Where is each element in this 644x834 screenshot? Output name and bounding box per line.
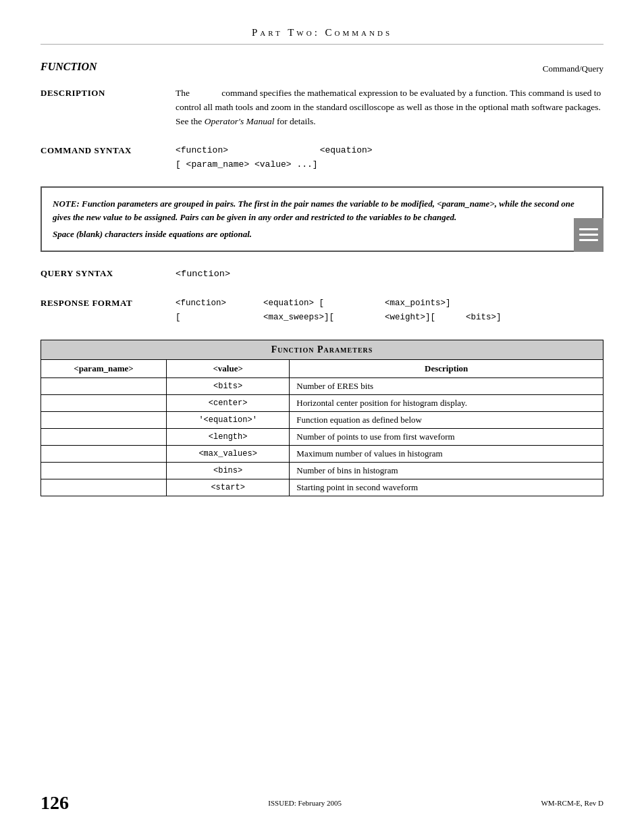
query-syntax-content: <function> — [176, 267, 603, 282]
table-header-row: <param_name> <value> Description — [41, 360, 603, 378]
resp-l2-c3: <weight>][ — [385, 311, 452, 325]
table-cell-value: <bits> — [166, 378, 289, 395]
table-cell-description: Function equation as defined below — [290, 412, 603, 429]
page: Part Two: Commands FUNCTION Command/Quer… — [0, 0, 644, 834]
table-row: <length>Number of points to use from fir… — [41, 429, 603, 446]
table-caption-text: Function Parameters — [271, 344, 373, 355]
table-cell-value: <max_values> — [166, 446, 289, 463]
part-header: Part Two: Commands — [41, 27, 603, 45]
table-cell-value: <center> — [166, 395, 289, 412]
table-cell-value: <bins> — [166, 463, 289, 479]
note-text1: NOTE: Function parameters are grouped in… — [53, 197, 591, 224]
table-cell-description: Horizontal center position for histogram… — [290, 395, 603, 412]
table-cell-description: Starting point in second waveform — [290, 479, 603, 496]
query-syntax-value: <function> — [176, 269, 230, 279]
response-format-label: RESPONSE FORMAT — [41, 296, 176, 309]
part-header-text: Part Two: Commands — [252, 27, 392, 38]
table-row: '<equation>'Function equation as defined… — [41, 412, 603, 429]
table-cell-description: Number of bins in histogram — [290, 463, 603, 479]
page-number: 126 — [41, 792, 69, 814]
desc-blank — [192, 88, 219, 98]
table-row: <bits>Number of ERES bits — [41, 378, 603, 395]
note-text2: Space (blank) characters inside equation… — [53, 228, 591, 241]
resp-l2-c1: [ — [176, 311, 250, 325]
table-body: <bits>Number of ERES bits<center>Horizon… — [41, 378, 603, 496]
syntax-function: <function> — [176, 145, 228, 155]
table-row: <bins>Number of bins in histogram — [41, 463, 603, 479]
desc-text-end: for details. — [275, 116, 316, 126]
command-syntax-label: COMMAND SYNTAX — [41, 144, 176, 156]
page-footer: 126 ISSUED: February 2005 WM-RCM-E, Rev … — [0, 792, 644, 814]
table-cell-param — [41, 378, 167, 395]
params-table: Function Parameters <param_name> <value>… — [41, 340, 603, 496]
table-cell-description: Number of points to use from first wavef… — [290, 429, 603, 446]
table-cell-param — [41, 429, 167, 446]
desc-text-the: The — [176, 88, 190, 98]
table-row: <max_values>Maximum number of values in … — [41, 446, 603, 463]
syntax-equation: <equation> — [320, 145, 373, 155]
description-content: The command specifies the mathematical e… — [176, 86, 603, 129]
footer-issued: ISSUED: February 2005 — [268, 799, 342, 807]
resp-l1-c1: <function> — [176, 296, 250, 311]
command-syntax-section: COMMAND SYNTAX <function> <equation> [ <… — [41, 144, 603, 172]
response-line2: [ <max_sweeps>][ <weight>][ <bits>] — [176, 311, 603, 325]
col-header-desc: Description — [290, 360, 603, 378]
query-syntax-label: QUERY SYNTAX — [41, 267, 176, 279]
table-cell-param — [41, 395, 167, 412]
footer-docref: WM-RCM-E, Rev D — [541, 799, 603, 807]
command-syntax-content: <function> <equation> [ <param_name> <va… — [176, 144, 603, 172]
table-caption: Function Parameters — [41, 340, 603, 359]
response-line1: <function> <equation> [ <max_points>] — [176, 296, 603, 311]
table-cell-value: <length> — [166, 429, 289, 446]
resp-l1-c3: <max_points>] — [385, 296, 479, 311]
col-header-param: <param_name> — [41, 360, 167, 378]
description-section: DESCRIPTION The command specifies the ma… — [41, 86, 603, 129]
table-cell-description: Number of ERES bits — [290, 378, 603, 395]
table-cell-param — [41, 463, 167, 479]
table-row: <center>Horizontal center position for h… — [41, 395, 603, 412]
table-cell-value: '<equation>' — [166, 412, 289, 429]
description-label: DESCRIPTION — [41, 86, 176, 99]
table-row: <start>Starting point in second waveform — [41, 479, 603, 496]
table-cell-param — [41, 412, 167, 429]
note-icon-line3 — [579, 239, 598, 241]
note-box: NOTE: Function parameters are grouped in… — [41, 186, 603, 252]
command-query-label: Command/Query — [41, 63, 603, 74]
table-cell-param — [41, 479, 167, 496]
table-cell-param — [41, 446, 167, 463]
col-header-value: <value> — [166, 360, 289, 378]
note-icon — [574, 218, 603, 252]
table-cell-description: Maximum number of values in histogram — [290, 446, 603, 463]
syntax-line2: [ <param_name> <value> ...] — [176, 158, 603, 172]
desc-italic: Operator's Manual — [205, 116, 275, 126]
resp-l2-c2: <max_sweeps>][ — [263, 311, 371, 325]
syntax-line1: <function> <equation> — [176, 144, 603, 158]
note-icon-line2 — [579, 234, 598, 236]
note-icon-line1 — [579, 228, 598, 230]
resp-l1-c2: <equation> [ — [263, 296, 371, 311]
response-format-content: <function> <equation> [ <max_points>] [ … — [176, 296, 603, 325]
resp-l2-c4: <bits>] — [466, 311, 560, 325]
table-cell-value: <start> — [166, 479, 289, 496]
response-format-section: RESPONSE FORMAT <function> <equation> [ … — [41, 296, 603, 325]
query-syntax-section: QUERY SYNTAX <function> — [41, 267, 603, 282]
